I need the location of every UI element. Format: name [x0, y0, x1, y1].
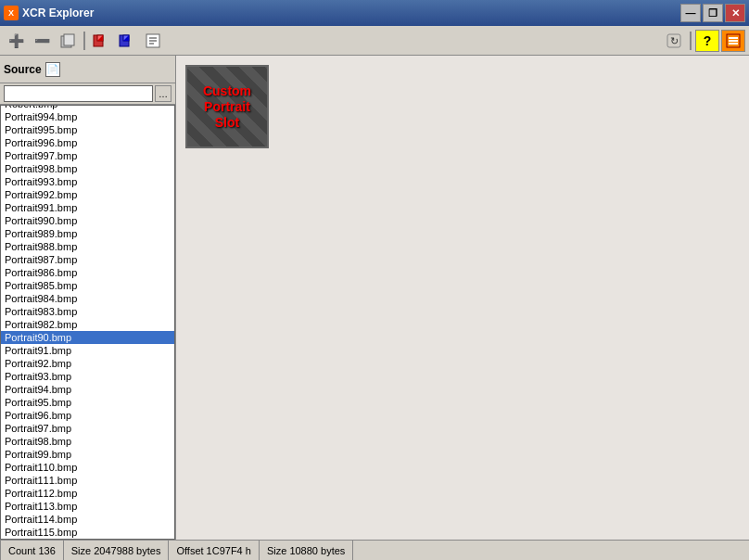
list-item[interactable]: Portrait983.bmp: [1, 305, 174, 318]
panel-icon-button[interactable]: 📄: [45, 62, 60, 77]
minimize-button[interactable]: —: [680, 4, 701, 22]
list-item[interactable]: Portrait114.bmp: [1, 513, 174, 526]
app-icon: X: [4, 6, 19, 20]
list-item[interactable]: Portrait987.bmp: [1, 253, 174, 266]
preview-area: Custom Portrait Slot: [185, 65, 269, 148]
svg-rect-1: [64, 34, 74, 45]
file-list[interactable]: Portrait999.bmpSetroth.bmpRobert.bmpPort…: [0, 105, 175, 540]
preview-image: Custom Portrait Slot: [185, 65, 269, 148]
refresh-button[interactable]: ↻: [662, 30, 686, 52]
svg-text:↻: ↻: [670, 35, 679, 46]
add-button[interactable]: ➕: [4, 30, 28, 52]
export-button[interactable]: [89, 30, 113, 52]
list-item[interactable]: Portrait98.bmp: [1, 435, 174, 448]
search-input[interactable]: [4, 85, 153, 102]
restore-button[interactable]: ❐: [703, 4, 723, 22]
left-panel: Source 📄 … Portrait999.bmpSetroth.bmpRob…: [0, 56, 176, 540]
copy-button[interactable]: [56, 30, 80, 52]
list-item[interactable]: Portrait113.bmp: [1, 500, 174, 513]
titlebar-left: X XCR Explorer: [4, 6, 94, 20]
list-item[interactable]: Portrait990.bmp: [1, 214, 174, 227]
list-item[interactable]: Portrait993.bmp: [1, 175, 174, 188]
list-item[interactable]: Portrait94.bmp: [1, 383, 174, 396]
list-item[interactable]: Portrait986.bmp: [1, 266, 174, 279]
info-button[interactable]: [141, 30, 165, 52]
right-panel: Custom Portrait Slot: [176, 56, 749, 540]
toolbar: ➕ ➖ ↻ ?: [0, 26, 749, 56]
list-item[interactable]: Portrait989.bmp: [1, 227, 174, 240]
titlebar: X XCR Explorer — ❐ ✕: [0, 0, 749, 26]
list-item[interactable]: Portrait995.bmp: [1, 123, 174, 136]
help-button[interactable]: ?: [695, 30, 719, 52]
svg-rect-17: [729, 43, 738, 45]
window-content: ➕ ➖ ↻ ?: [0, 26, 749, 560]
list-item[interactable]: Portrait115.bmp: [1, 526, 174, 539]
status-size-item: Size 10880 bytes: [260, 541, 353, 560]
preview-text: Custom Portrait Slot: [203, 83, 251, 130]
remove-button[interactable]: ➖: [30, 30, 54, 52]
list-item[interactable]: Portrait988.bmp: [1, 240, 174, 253]
list-item[interactable]: Portrait93.bmp: [1, 370, 174, 383]
list-item[interactable]: Portrait97.bmp: [1, 422, 174, 435]
body-area: Source 📄 … Portrait999.bmpSetroth.bmpRob…: [0, 56, 749, 540]
list-item[interactable]: Portrait985.bmp: [1, 279, 174, 292]
list-item[interactable]: Portrait994.bmp: [1, 110, 174, 123]
close-button[interactable]: ✕: [725, 4, 745, 22]
list-item[interactable]: Portrait998.bmp: [1, 162, 174, 175]
svg-rect-16: [729, 40, 738, 42]
list-item[interactable]: Portrait95.bmp: [1, 396, 174, 409]
list-item[interactable]: Portrait112.bmp: [1, 487, 174, 500]
status-size-bytes: Size 2047988 bytes: [64, 541, 170, 560]
window-controls[interactable]: — ❐ ✕: [680, 4, 745, 22]
list-item[interactable]: Portrait982.bmp: [1, 318, 174, 331]
panel-header: Source 📄: [0, 56, 175, 83]
status-count: Count 136: [0, 541, 64, 560]
list-item[interactable]: Portrait92.bmp: [1, 357, 174, 370]
list-item[interactable]: Portrait996.bmp: [1, 136, 174, 149]
svg-rect-15: [729, 37, 738, 39]
list-item[interactable]: Portrait984.bmp: [1, 292, 174, 305]
list-item[interactable]: Portrait110.bmp: [1, 461, 174, 474]
list-item[interactable]: Portrait111.bmp: [1, 474, 174, 487]
search-button[interactable]: …: [155, 85, 171, 102]
toolbar-separator-1: [83, 32, 85, 50]
settings-button[interactable]: [721, 30, 745, 52]
import-button[interactable]: [115, 30, 139, 52]
list-item[interactable]: Portrait991.bmp: [1, 201, 174, 214]
status-offset: Offset 1C97F4 h: [169, 541, 260, 560]
window-title: XCR Explorer: [22, 6, 94, 19]
list-item[interactable]: Portrait997.bmp: [1, 149, 174, 162]
list-item[interactable]: Portrait96.bmp: [1, 409, 174, 422]
toolbar-separator-2: [690, 32, 692, 50]
search-bar: …: [0, 83, 175, 105]
list-item[interactable]: Portrait99.bmp: [1, 448, 174, 461]
statusbar: Count 136 Size 2047988 bytes Offset 1C97…: [0, 540, 749, 560]
list-item[interactable]: Portrait91.bmp: [1, 344, 174, 357]
list-item[interactable]: Portrait90.bmp: [1, 331, 174, 344]
list-item[interactable]: Portrait992.bmp: [1, 188, 174, 201]
panel-label: Source: [4, 63, 42, 76]
